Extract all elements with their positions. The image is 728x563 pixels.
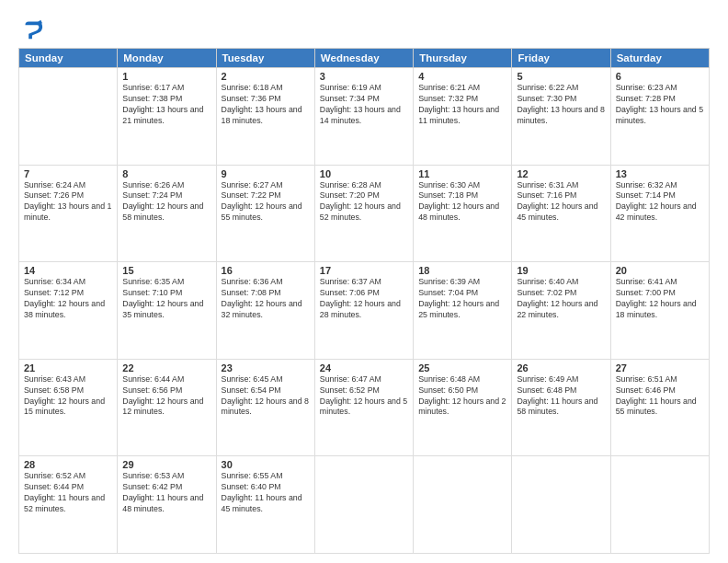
day-info: Sunrise: 6:39 AM Sunset: 7:04 PM Dayligh… [418, 277, 506, 321]
day-info: Sunrise: 6:28 AM Sunset: 7:20 PM Dayligh… [320, 180, 408, 224]
day-info: Sunrise: 6:19 AM Sunset: 7:34 PM Dayligh… [320, 83, 408, 127]
calendar-cell: 13Sunrise: 6:32 AM Sunset: 7:14 PM Dayli… [610, 165, 709, 262]
calendar-table: SundayMondayTuesdayWednesdayThursdayFrid… [18, 48, 710, 554]
day-info: Sunrise: 6:43 AM Sunset: 6:58 PM Dayligh… [24, 374, 112, 419]
day-info: Sunrise: 6:52 AM Sunset: 6:44 PM Dayligh… [24, 471, 112, 515]
logo-icon [18, 17, 44, 42]
day-info: Sunrise: 6:31 AM Sunset: 7:16 PM Dayligh… [517, 180, 605, 224]
day-number: 29 [122, 459, 210, 470]
calendar-cell: 19Sunrise: 6:40 AM Sunset: 7:02 PM Dayli… [512, 262, 610, 360]
day-number: 28 [24, 459, 112, 470]
calendar-week-row: 21Sunrise: 6:43 AM Sunset: 6:58 PM Dayli… [19, 359, 710, 456]
day-number: 17 [320, 265, 408, 276]
day-info: Sunrise: 6:22 AM Sunset: 7:30 PM Dayligh… [517, 83, 605, 127]
day-info: Sunrise: 6:27 AM Sunset: 7:22 PM Dayligh… [222, 180, 310, 224]
day-number: 20 [616, 265, 704, 276]
calendar-cell: 24Sunrise: 6:47 AM Sunset: 6:52 PM Dayli… [314, 359, 413, 456]
day-info: Sunrise: 6:49 AM Sunset: 6:48 PM Dayligh… [517, 374, 605, 419]
calendar-cell: 9Sunrise: 6:27 AM Sunset: 7:22 PM Daylig… [216, 165, 314, 262]
day-number: 13 [616, 168, 704, 179]
day-number: 12 [517, 168, 605, 179]
day-info: Sunrise: 6:51 AM Sunset: 6:46 PM Dayligh… [616, 374, 704, 419]
weekday-header: Saturday [610, 49, 709, 68]
calendar-cell [610, 456, 709, 554]
day-info: Sunrise: 6:37 AM Sunset: 7:06 PM Dayligh… [320, 277, 408, 321]
day-info: Sunrise: 6:18 AM Sunset: 7:36 PM Dayligh… [222, 83, 310, 127]
day-info: Sunrise: 6:55 AM Sunset: 6:40 PM Dayligh… [222, 471, 310, 515]
day-info: Sunrise: 6:21 AM Sunset: 7:32 PM Dayligh… [418, 83, 506, 127]
calendar-cell: 16Sunrise: 6:36 AM Sunset: 7:08 PM Dayli… [216, 262, 314, 360]
day-number: 9 [222, 168, 310, 179]
day-number: 18 [418, 265, 506, 276]
calendar-header-row: SundayMondayTuesdayWednesdayThursdayFrid… [19, 49, 710, 68]
day-number: 2 [222, 71, 310, 82]
calendar-cell: 11Sunrise: 6:30 AM Sunset: 7:18 PM Dayli… [414, 165, 512, 262]
calendar-cell: 2Sunrise: 6:18 AM Sunset: 7:36 PM Daylig… [216, 68, 314, 166]
calendar-cell: 18Sunrise: 6:39 AM Sunset: 7:04 PM Dayli… [414, 262, 512, 360]
calendar-cell: 23Sunrise: 6:45 AM Sunset: 6:54 PM Dayli… [216, 359, 314, 456]
weekday-header: Tuesday [216, 49, 314, 68]
day-number: 24 [320, 362, 408, 373]
day-number: 16 [222, 265, 310, 276]
calendar-cell: 10Sunrise: 6:28 AM Sunset: 7:20 PM Dayli… [314, 165, 413, 262]
calendar-cell: 15Sunrise: 6:35 AM Sunset: 7:10 PM Dayli… [118, 262, 216, 360]
day-number: 11 [418, 168, 506, 179]
day-number: 4 [418, 71, 506, 82]
day-number: 23 [222, 362, 310, 373]
day-number: 3 [320, 71, 408, 82]
calendar-cell: 3Sunrise: 6:19 AM Sunset: 7:34 PM Daylig… [314, 68, 413, 166]
calendar-cell: 22Sunrise: 6:44 AM Sunset: 6:56 PM Dayli… [118, 359, 216, 456]
weekday-header: Wednesday [314, 49, 413, 68]
day-number: 25 [418, 362, 506, 373]
calendar-cell: 8Sunrise: 6:26 AM Sunset: 7:24 PM Daylig… [118, 165, 216, 262]
day-info: Sunrise: 6:24 AM Sunset: 7:26 PM Dayligh… [24, 180, 112, 224]
day-number: 10 [320, 168, 408, 179]
calendar-cell: 30Sunrise: 6:55 AM Sunset: 6:40 PM Dayli… [216, 456, 314, 554]
day-info: Sunrise: 6:36 AM Sunset: 7:08 PM Dayligh… [222, 277, 310, 321]
logo [18, 17, 48, 42]
calendar-week-row: 14Sunrise: 6:34 AM Sunset: 7:12 PM Dayli… [19, 262, 710, 360]
day-number: 8 [122, 168, 210, 179]
day-number: 15 [122, 265, 210, 276]
day-number: 1 [122, 71, 210, 82]
day-number: 30 [222, 459, 310, 470]
calendar-cell [19, 68, 118, 166]
day-number: 26 [517, 362, 605, 373]
day-info: Sunrise: 6:26 AM Sunset: 7:24 PM Dayligh… [122, 180, 210, 224]
calendar-cell [414, 456, 512, 554]
day-info: Sunrise: 6:48 AM Sunset: 6:50 PM Dayligh… [418, 374, 506, 419]
calendar-cell: 5Sunrise: 6:22 AM Sunset: 7:30 PM Daylig… [512, 68, 610, 166]
day-info: Sunrise: 6:32 AM Sunset: 7:14 PM Dayligh… [616, 180, 704, 224]
day-info: Sunrise: 6:41 AM Sunset: 7:00 PM Dayligh… [616, 277, 704, 321]
day-info: Sunrise: 6:30 AM Sunset: 7:18 PM Dayligh… [418, 180, 506, 224]
weekday-header: Friday [512, 49, 610, 68]
calendar-cell: 28Sunrise: 6:52 AM Sunset: 6:44 PM Dayli… [19, 456, 118, 554]
day-number: 5 [517, 71, 605, 82]
day-info: Sunrise: 6:17 AM Sunset: 7:38 PM Dayligh… [122, 83, 210, 127]
calendar-cell: 14Sunrise: 6:34 AM Sunset: 7:12 PM Dayli… [19, 262, 118, 360]
day-info: Sunrise: 6:45 AM Sunset: 6:54 PM Dayligh… [222, 374, 310, 419]
calendar-week-row: 28Sunrise: 6:52 AM Sunset: 6:44 PM Dayli… [19, 456, 710, 554]
day-info: Sunrise: 6:53 AM Sunset: 6:42 PM Dayligh… [122, 471, 210, 515]
day-number: 27 [616, 362, 704, 373]
weekday-header: Thursday [414, 49, 512, 68]
calendar-cell: 29Sunrise: 6:53 AM Sunset: 6:42 PM Dayli… [118, 456, 216, 554]
day-number: 22 [122, 362, 210, 373]
day-number: 19 [517, 265, 605, 276]
day-info: Sunrise: 6:23 AM Sunset: 7:28 PM Dayligh… [616, 83, 704, 127]
calendar-cell: 26Sunrise: 6:49 AM Sunset: 6:48 PM Dayli… [512, 359, 610, 456]
calendar-cell: 4Sunrise: 6:21 AM Sunset: 7:32 PM Daylig… [414, 68, 512, 166]
day-info: Sunrise: 6:44 AM Sunset: 6:56 PM Dayligh… [122, 374, 210, 419]
day-number: 7 [24, 168, 112, 179]
day-number: 14 [24, 265, 112, 276]
calendar-cell: 6Sunrise: 6:23 AM Sunset: 7:28 PM Daylig… [610, 68, 709, 166]
calendar-cell: 27Sunrise: 6:51 AM Sunset: 6:46 PM Dayli… [610, 359, 709, 456]
calendar-cell: 1Sunrise: 6:17 AM Sunset: 7:38 PM Daylig… [118, 68, 216, 166]
day-number: 6 [616, 71, 704, 82]
day-info: Sunrise: 6:34 AM Sunset: 7:12 PM Dayligh… [24, 277, 112, 321]
calendar-week-row: 7Sunrise: 6:24 AM Sunset: 7:26 PM Daylig… [19, 165, 710, 262]
calendar-cell [512, 456, 610, 554]
calendar-cell: 25Sunrise: 6:48 AM Sunset: 6:50 PM Dayli… [414, 359, 512, 456]
weekday-header: Sunday [19, 49, 118, 68]
day-info: Sunrise: 6:47 AM Sunset: 6:52 PM Dayligh… [320, 374, 408, 419]
